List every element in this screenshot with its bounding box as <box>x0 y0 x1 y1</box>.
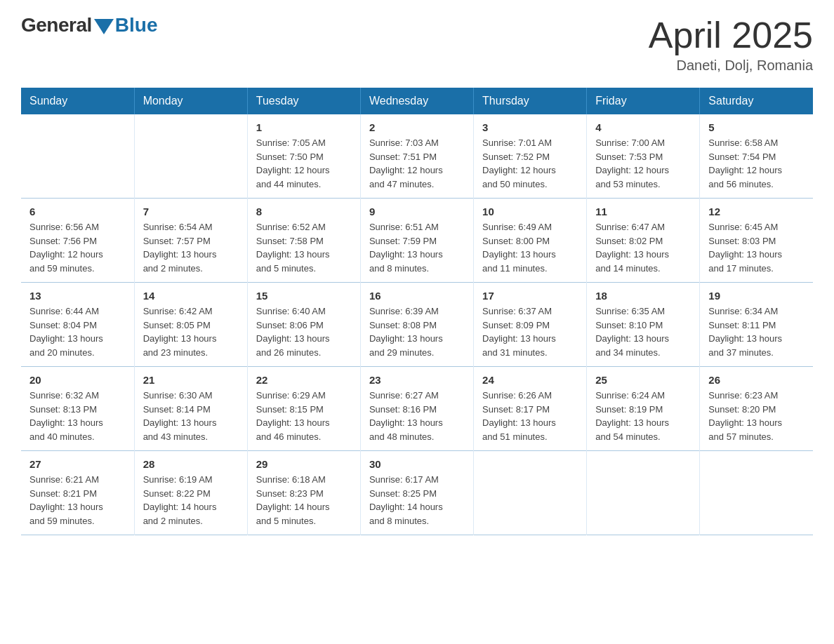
day-number: 9 <box>369 206 465 217</box>
calendar-cell: 23Sunrise: 6:27 AM Sunset: 8:16 PM Dayli… <box>360 367 473 451</box>
calendar-header: SundayMondayTuesdayWednesdayThursdayFrid… <box>21 88 813 114</box>
calendar-cell: 7Sunrise: 6:54 AM Sunset: 7:57 PM Daylig… <box>134 199 247 283</box>
day-number: 19 <box>708 290 805 302</box>
header-cell-monday: Monday <box>134 88 247 114</box>
header-cell-sunday: Sunday <box>21 88 134 114</box>
day-number: 16 <box>369 290 465 302</box>
calendar-cell: 13Sunrise: 6:44 AM Sunset: 8:04 PM Dayli… <box>21 283 134 367</box>
day-info: Sunrise: 6:32 AM Sunset: 8:13 PM Dayligh… <box>29 389 126 443</box>
day-info: Sunrise: 6:42 AM Sunset: 8:05 PM Dayligh… <box>143 304 239 359</box>
day-info: Sunrise: 7:01 AM Sunset: 7:52 PM Dayligh… <box>482 136 578 191</box>
day-info: Sunrise: 6:27 AM Sunset: 8:16 PM Dayligh… <box>369 389 465 443</box>
header-cell-tuesday: Tuesday <box>247 88 360 114</box>
calendar-cell: 16Sunrise: 6:39 AM Sunset: 8:08 PM Dayli… <box>360 283 473 367</box>
day-number: 20 <box>29 374 126 386</box>
day-number: 1 <box>256 121 352 133</box>
calendar-table: SundayMondayTuesdayWednesdayThursdayFrid… <box>21 88 813 535</box>
calendar-cell: 10Sunrise: 6:49 AM Sunset: 8:00 PM Dayli… <box>474 199 587 283</box>
calendar-cell: 6Sunrise: 6:56 AM Sunset: 7:56 PM Daylig… <box>21 199 134 283</box>
day-info: Sunrise: 6:29 AM Sunset: 8:15 PM Dayligh… <box>256 389 352 443</box>
week-row-3: 13Sunrise: 6:44 AM Sunset: 8:04 PM Dayli… <box>21 283 813 367</box>
day-number: 5 <box>708 121 805 133</box>
day-number: 14 <box>143 290 239 302</box>
day-number: 13 <box>29 290 126 302</box>
day-info: Sunrise: 6:51 AM Sunset: 7:59 PM Dayligh… <box>369 220 465 275</box>
day-number: 3 <box>482 121 578 133</box>
logo-arrow-icon <box>94 19 114 34</box>
day-number: 4 <box>595 121 691 133</box>
day-number: 15 <box>256 290 352 302</box>
day-number: 26 <box>708 374 805 386</box>
page-header: General Blue April 2025 Daneti, Dolj, Ro… <box>21 14 813 74</box>
calendar-cell: 20Sunrise: 6:32 AM Sunset: 8:13 PM Dayli… <box>21 367 134 451</box>
day-number: 25 <box>595 374 691 386</box>
day-info: Sunrise: 6:23 AM Sunset: 8:20 PM Dayligh… <box>708 389 805 443</box>
day-info: Sunrise: 6:30 AM Sunset: 8:14 PM Dayligh… <box>143 389 239 443</box>
day-number: 30 <box>369 458 465 470</box>
day-info: Sunrise: 6:45 AM Sunset: 8:03 PM Dayligh… <box>708 220 805 275</box>
calendar-cell: 8Sunrise: 6:52 AM Sunset: 7:58 PM Daylig… <box>247 199 360 283</box>
calendar-cell <box>700 451 813 535</box>
calendar-cell: 25Sunrise: 6:24 AM Sunset: 8:19 PM Dayli… <box>587 367 700 451</box>
week-row-2: 6Sunrise: 6:56 AM Sunset: 7:56 PM Daylig… <box>21 199 813 283</box>
calendar-cell: 27Sunrise: 6:21 AM Sunset: 8:21 PM Dayli… <box>21 451 134 535</box>
header-cell-saturday: Saturday <box>700 88 813 114</box>
logo-general-text: General <box>21 14 92 36</box>
day-number: 7 <box>143 206 239 217</box>
day-number: 23 <box>369 374 465 386</box>
day-info: Sunrise: 7:05 AM Sunset: 7:50 PM Dayligh… <box>256 136 352 191</box>
calendar-cell: 17Sunrise: 6:37 AM Sunset: 8:09 PM Dayli… <box>474 283 587 367</box>
header-cell-thursday: Thursday <box>474 88 587 114</box>
day-info: Sunrise: 6:18 AM Sunset: 8:23 PM Dayligh… <box>256 473 352 528</box>
header-row: SundayMondayTuesdayWednesdayThursdayFrid… <box>21 88 813 114</box>
day-info: Sunrise: 7:03 AM Sunset: 7:51 PM Dayligh… <box>369 136 465 191</box>
day-number: 29 <box>256 458 352 470</box>
day-info: Sunrise: 6:37 AM Sunset: 8:09 PM Dayligh… <box>482 304 578 359</box>
day-number: 10 <box>482 206 578 217</box>
calendar-cell: 22Sunrise: 6:29 AM Sunset: 8:15 PM Dayli… <box>247 367 360 451</box>
day-info: Sunrise: 6:21 AM Sunset: 8:21 PM Dayligh… <box>29 473 126 528</box>
calendar-cell: 1Sunrise: 7:05 AM Sunset: 7:50 PM Daylig… <box>247 114 360 199</box>
day-number: 28 <box>143 458 239 470</box>
logo: General Blue <box>21 14 157 36</box>
calendar-cell: 12Sunrise: 6:45 AM Sunset: 8:03 PM Dayli… <box>700 199 813 283</box>
week-row-4: 20Sunrise: 6:32 AM Sunset: 8:13 PM Dayli… <box>21 367 813 451</box>
day-info: Sunrise: 7:00 AM Sunset: 7:53 PM Dayligh… <box>595 136 691 191</box>
day-info: Sunrise: 6:19 AM Sunset: 8:22 PM Dayligh… <box>143 473 239 528</box>
day-number: 8 <box>256 206 352 217</box>
day-number: 24 <box>482 374 578 386</box>
day-number: 17 <box>482 290 578 302</box>
calendar-cell: 5Sunrise: 6:58 AM Sunset: 7:54 PM Daylig… <box>700 114 813 199</box>
calendar-cell: 15Sunrise: 6:40 AM Sunset: 8:06 PM Dayli… <box>247 283 360 367</box>
day-number: 6 <box>29 206 126 217</box>
calendar-body: 1Sunrise: 7:05 AM Sunset: 7:50 PM Daylig… <box>21 114 813 535</box>
day-number: 18 <box>595 290 691 302</box>
day-number: 11 <box>595 206 691 217</box>
month-title: April 2025 <box>649 14 813 56</box>
week-row-1: 1Sunrise: 7:05 AM Sunset: 7:50 PM Daylig… <box>21 114 813 199</box>
calendar-cell: 2Sunrise: 7:03 AM Sunset: 7:51 PM Daylig… <box>360 114 473 199</box>
day-info: Sunrise: 6:52 AM Sunset: 7:58 PM Dayligh… <box>256 220 352 275</box>
header-cell-friday: Friday <box>587 88 700 114</box>
day-info: Sunrise: 6:40 AM Sunset: 8:06 PM Dayligh… <box>256 304 352 359</box>
logo-blue-text: Blue <box>115 14 158 36</box>
day-info: Sunrise: 6:56 AM Sunset: 7:56 PM Dayligh… <box>29 220 126 275</box>
day-number: 21 <box>143 374 239 386</box>
calendar-cell: 26Sunrise: 6:23 AM Sunset: 8:20 PM Dayli… <box>700 367 813 451</box>
day-number: 27 <box>29 458 126 470</box>
day-info: Sunrise: 6:26 AM Sunset: 8:17 PM Dayligh… <box>482 389 578 443</box>
calendar-cell: 9Sunrise: 6:51 AM Sunset: 7:59 PM Daylig… <box>360 199 473 283</box>
day-info: Sunrise: 6:44 AM Sunset: 8:04 PM Dayligh… <box>29 304 126 359</box>
calendar-cell: 21Sunrise: 6:30 AM Sunset: 8:14 PM Dayli… <box>134 367 247 451</box>
calendar-cell: 24Sunrise: 6:26 AM Sunset: 8:17 PM Dayli… <box>474 367 587 451</box>
day-number: 2 <box>369 121 465 133</box>
header-cell-wednesday: Wednesday <box>360 88 473 114</box>
calendar-cell: 3Sunrise: 7:01 AM Sunset: 7:52 PM Daylig… <box>474 114 587 199</box>
calendar-cell: 19Sunrise: 6:34 AM Sunset: 8:11 PM Dayli… <box>700 283 813 367</box>
day-number: 12 <box>708 206 805 217</box>
calendar-cell: 29Sunrise: 6:18 AM Sunset: 8:23 PM Dayli… <box>247 451 360 535</box>
location-text: Daneti, Dolj, Romania <box>649 58 813 74</box>
day-info: Sunrise: 6:35 AM Sunset: 8:10 PM Dayligh… <box>595 304 691 359</box>
calendar-cell: 18Sunrise: 6:35 AM Sunset: 8:10 PM Dayli… <box>587 283 700 367</box>
day-info: Sunrise: 6:24 AM Sunset: 8:19 PM Dayligh… <box>595 389 691 443</box>
